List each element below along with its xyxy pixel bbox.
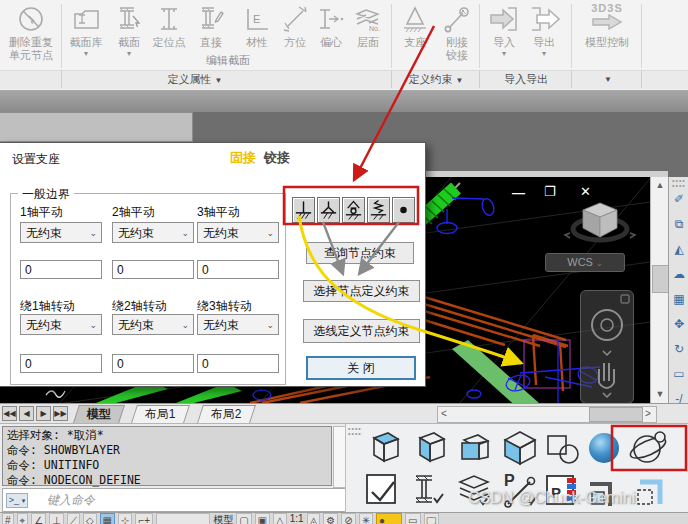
wcs-dropdown[interactable]: WCS ⌄ bbox=[545, 253, 625, 272]
viewport-minimize-button[interactable]: — bbox=[512, 185, 525, 200]
dropdown-arrow-icon[interactable]: ▾ bbox=[64, 49, 108, 58]
axis3-translation-input[interactable]: 0 bbox=[197, 260, 279, 279]
axis2-translation-input[interactable]: 0 bbox=[112, 260, 194, 279]
ribbon-item-eccentricity[interactable]: 偏心 bbox=[314, 2, 348, 49]
isolate-icon[interactable]: ✳ bbox=[359, 513, 373, 524]
dropdown-arrow-icon[interactable]: ▾ bbox=[110, 49, 148, 58]
ortho-toggle[interactable]: ⊥ bbox=[49, 513, 64, 524]
axis2-translation-select[interactable]: 无约束⌄ bbox=[112, 222, 194, 243]
cloud-icon[interactable]: ☁ bbox=[669, 262, 688, 287]
subtract-shapes-icon[interactable] bbox=[542, 428, 582, 468]
scroll-right-arrow[interactable]: > bbox=[645, 408, 651, 419]
scroll-up-arrow[interactable]: ▲ bbox=[651, 180, 669, 190]
shaded-sphere-icon[interactable] bbox=[584, 428, 624, 468]
hardware-accel-icon[interactable]: ● bbox=[376, 513, 402, 524]
spring-support-button[interactable] bbox=[367, 197, 390, 223]
dropdown-arrow-icon[interactable]: ▾ bbox=[486, 49, 522, 58]
viewport-close-button[interactable]: ✕ bbox=[580, 184, 591, 199]
group-label-import-export[interactable]: 导入导出 bbox=[482, 72, 570, 87]
dropdown-arrow-icon[interactable]: ▾ bbox=[526, 49, 562, 58]
ribbon-item-model-control[interactable]: 3D3S 模型控制 bbox=[578, 2, 636, 49]
command-history[interactable]: 选择对象: *取消* 命令: SHOWBYLAYER 命令: UNITINFO … bbox=[2, 426, 332, 486]
rectangle-icon[interactable]: ▭ bbox=[669, 362, 688, 387]
check-box-icon[interactable] bbox=[362, 470, 402, 510]
monitor-icon[interactable]: 🖵 bbox=[424, 513, 440, 524]
corner-frame-icon[interactable] bbox=[584, 470, 624, 510]
tab-next-button[interactable]: ▶ bbox=[36, 406, 51, 421]
ribbon-item-locate-point[interactable]: 定位点 bbox=[148, 2, 190, 49]
ribbon-item-import[interactable]: 导入 ▾ bbox=[486, 2, 522, 58]
snap-toggle[interactable]: ⌖ bbox=[17, 513, 29, 524]
tab-hinged[interactable]: 铰接 bbox=[264, 149, 290, 167]
close-button[interactable]: 关 闭 bbox=[306, 356, 416, 380]
tab-first-button[interactable]: ◀◀ bbox=[2, 406, 17, 421]
ribbon-item-direct[interactable]: 直接 bbox=[192, 2, 230, 49]
array-icon[interactable]: ▦ bbox=[669, 287, 688, 312]
grid-toggle[interactable]: # bbox=[2, 513, 14, 524]
tab-layout2[interactable]: 布局2 bbox=[197, 405, 256, 423]
scale-value[interactable]: 1:1 bbox=[290, 513, 304, 524]
orbit-icon[interactable] bbox=[628, 428, 668, 468]
ribbon-item-section[interactable]: 截面 ▾ bbox=[110, 2, 148, 58]
scroll-down-arrow[interactable]: ▼ bbox=[651, 389, 669, 399]
horizontal-scroll-thumb[interactable] bbox=[589, 407, 643, 422]
scroll-left-arrow[interactable]: < bbox=[441, 408, 447, 419]
pinned-support-button[interactable] bbox=[317, 197, 340, 223]
node-dot-button[interactable] bbox=[392, 197, 415, 223]
ribbon-item-section-library[interactable]: 截面库 ▾ bbox=[64, 2, 108, 58]
tab-layout1[interactable]: 布局1 bbox=[131, 405, 190, 423]
ribbon-item-support[interactable]: 支座 bbox=[396, 2, 434, 49]
viewport-restore-button[interactable]: ❐ bbox=[544, 184, 556, 199]
select-lines-define-button[interactable]: 选线定义节点约束 bbox=[303, 319, 420, 343]
view-front-cube-icon[interactable] bbox=[408, 428, 448, 468]
workspace-gear-icon[interactable]: ⚙ bbox=[323, 513, 338, 524]
axis3-rotation-select[interactable]: 无约束⌄ bbox=[197, 314, 279, 335]
ribbon-item-orientation[interactable]: 方位 bbox=[278, 2, 312, 49]
axis1-translation-input[interactable]: 0 bbox=[20, 260, 102, 279]
tab-last-button[interactable]: ▶▶ bbox=[53, 406, 68, 421]
layout2-toggle[interactable]: ▣ bbox=[255, 513, 270, 524]
view-side-cube-icon[interactable] bbox=[454, 428, 494, 468]
dashed-corner-icon[interactable] bbox=[630, 470, 670, 510]
view-top-cube-icon[interactable] bbox=[362, 428, 402, 468]
osnap-toggle[interactable]: ◇ bbox=[83, 513, 97, 524]
command-input[interactable]: >_ ▾ 键入命令 bbox=[2, 488, 346, 512]
tab-prev-button[interactable]: ◀ bbox=[19, 406, 34, 421]
palette-grip[interactable]: •••••• •••••• bbox=[672, 178, 686, 188]
isodraft-toggle[interactable]: ▦ bbox=[100, 513, 115, 524]
status-model-label[interactable]: 模型 bbox=[213, 513, 233, 524]
tab-rigid[interactable]: 固接 bbox=[230, 149, 256, 167]
otrack-toggle[interactable]: ⊹ bbox=[118, 513, 132, 524]
lock-icon[interactable]: ⊘ bbox=[341, 513, 355, 524]
fixed-support-button[interactable] bbox=[292, 197, 315, 223]
axis1-rotation-input[interactable]: 0 bbox=[20, 354, 102, 373]
ribbon-item-material[interactable]: E 材性 bbox=[240, 2, 274, 49]
vertical-scroll-thumb[interactable] bbox=[652, 265, 669, 293]
infer-toggle[interactable]: ∠ bbox=[31, 513, 46, 524]
panel-grip[interactable]: •••••• •••••• bbox=[348, 426, 362, 436]
axis1-rotation-select[interactable]: 无约束⌄ bbox=[20, 314, 102, 335]
select-nodes-define-button[interactable]: 选择节点定义约束 bbox=[303, 280, 420, 302]
group-label-define-properties[interactable]: 定义属性 ▼ bbox=[130, 72, 260, 87]
layout-toggle[interactable]: ▢ bbox=[236, 513, 251, 524]
viewport-vertical-scrollbar[interactable]: ▲ ▼ bbox=[650, 177, 669, 403]
axis1-translation-select[interactable]: 无约束⌄ bbox=[20, 222, 102, 243]
annotation-auto[interactable]: ◬ bbox=[307, 513, 321, 524]
view-iso-cube-icon[interactable] bbox=[500, 428, 540, 468]
group-label-define-constraints[interactable]: 定义约束 ▼ bbox=[394, 72, 478, 87]
copy-icon[interactable]: ⧉ bbox=[669, 212, 688, 237]
modify-palette[interactable]: •••••• •••••• ✐ ⧉ ◭ ☁ ▦ ✥ ↻ ▭ -/ bbox=[668, 177, 688, 424]
beam-check-icon[interactable] bbox=[408, 470, 448, 510]
axis3-rotation-input[interactable]: 0 bbox=[197, 354, 279, 373]
brush-icon[interactable]: ✐ bbox=[669, 187, 688, 212]
axis2-rotation-input[interactable]: 0 bbox=[112, 354, 194, 373]
mirror-icon[interactable]: ◭ bbox=[669, 237, 688, 262]
axis2-rotation-select[interactable]: 无约束⌄ bbox=[112, 314, 194, 335]
navigation-bar[interactable] bbox=[580, 290, 634, 404]
roller-support-button[interactable] bbox=[342, 197, 365, 223]
dyn-toggle[interactable]: ⌐+ bbox=[135, 513, 153, 524]
layers-check-icon[interactable] bbox=[454, 470, 494, 510]
group-label-model-control[interactable]: ▼ bbox=[580, 72, 636, 84]
polar-toggle[interactable]: ⟋ bbox=[67, 513, 80, 524]
tab-model[interactable]: 模型 bbox=[73, 405, 125, 423]
